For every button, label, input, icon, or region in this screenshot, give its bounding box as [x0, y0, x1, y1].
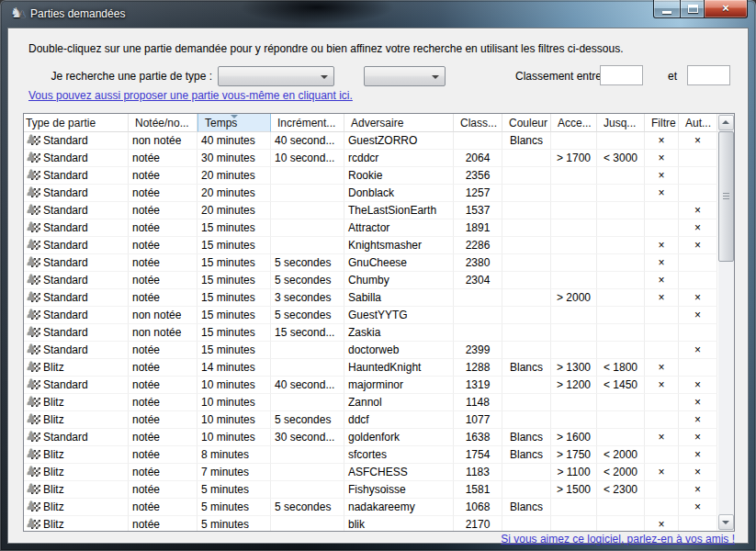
table-row[interactable]: ♟Blitz notée 5 minutes 5 secondes nadaka… — [24, 499, 718, 516]
rating-min-field[interactable] — [600, 65, 643, 85]
table-cell: HauntedKnight — [344, 359, 454, 377]
title-bar[interactable]: ♞ ♟ Parties demandées × — [0, 0, 756, 28]
table-row[interactable]: ♟Standard notée 15 minutes 5 secondes Ch… — [24, 272, 718, 289]
table-cell: 15 minutes — [197, 237, 271, 254]
table-cell — [271, 202, 344, 219]
table-cell: 1319 — [454, 377, 502, 394]
table-cell: > 1200 — [551, 377, 597, 394]
column-header-5[interactable]: Class... — [454, 114, 502, 132]
close-button[interactable]: × — [705, 0, 748, 18]
table-row[interactable]: ♟Standard notée 20 minutes Rookie 2356 × — [24, 167, 718, 185]
column-header-3[interactable]: Incrément... — [271, 114, 344, 132]
table-row[interactable]: ♟Standard notée 20 minutes TheLastSionEa… — [24, 202, 718, 219]
table-row[interactable]: ♟Blitz notée 10 minutes Zannol 1148 × — [24, 394, 718, 411]
table-row[interactable]: ♟Standard notée 15 minutes Attractor 189… — [24, 219, 718, 237]
table-cell: ♟Blitz — [24, 516, 129, 531]
table-cell: 15 second... — [271, 324, 344, 342]
minimize-button[interactable] — [653, 0, 680, 18]
table-cell: ♟Blitz — [24, 359, 129, 377]
rating-max-field[interactable] — [687, 65, 730, 85]
table-cell: × — [679, 202, 717, 219]
table-cell — [597, 324, 645, 342]
table-cell: notée — [129, 377, 197, 394]
table-row[interactable]: ♟Standard notée 30 minutes 10 second... … — [24, 150, 718, 167]
table-cell — [597, 167, 645, 185]
table-cell: × — [679, 342, 717, 359]
thumb-grip-icon — [723, 193, 729, 194]
column-header-0[interactable]: Type de partie — [24, 114, 129, 132]
column-header-1[interactable]: Notée/no... — [129, 114, 197, 132]
table-row[interactable]: ♟Blitz notée 14 minutes HauntedKnight 12… — [24, 359, 718, 377]
table-cell — [597, 342, 645, 359]
table-row[interactable]: ♟Standard notée 10 minutes 40 second... … — [24, 377, 718, 394]
scrollbar-thumb[interactable] — [718, 131, 734, 262]
table-row[interactable]: ♟Blitz notée 5 minutes blik 2170 × — [24, 516, 718, 531]
table-row[interactable]: ♟Standard non notée 40 minutes 40 second… — [24, 132, 718, 150]
table-cell — [551, 237, 597, 254]
column-header-10[interactable]: Aut... — [679, 114, 717, 132]
scroll-down-icon[interactable] — [718, 514, 734, 530]
table-cell: Blancs — [502, 132, 551, 150]
table-cell: ♟Standard — [24, 342, 129, 359]
table-cell: ♟Blitz — [24, 394, 129, 411]
column-header-4[interactable]: Adversaire — [344, 114, 454, 132]
table-row[interactable]: ♟Blitz notée 5 minutes Fishysoisse 1581 … — [24, 481, 718, 499]
table-row[interactable]: ♟Blitz notée 8 minutes sfcortes 1754 Bla… — [24, 446, 718, 464]
table-cell — [597, 289, 645, 307]
table-cell — [551, 202, 597, 219]
table-cell — [502, 342, 551, 359]
column-header-8[interactable]: Jusq... — [597, 114, 645, 132]
table-row[interactable]: ♟Standard notée 15 minutes 3 secondes Sa… — [24, 289, 718, 307]
table-cell: notée — [129, 516, 197, 531]
table-row[interactable]: ♟Standard non notée 15 minutes 5 seconde… — [24, 307, 718, 324]
scroll-up-icon[interactable] — [718, 115, 734, 130]
table-cell: > 1100 — [551, 464, 597, 481]
table-cell: Chumby — [344, 272, 454, 289]
table-cell — [597, 254, 645, 272]
game-type-combobox[interactable] — [218, 66, 334, 86]
table-cell: goldenfork — [344, 429, 454, 446]
chess-pawn-board-icon: ♟ — [26, 343, 41, 356]
chess-pawn-board-icon: ♟ — [26, 291, 41, 304]
table-cell: 14 minutes — [197, 359, 271, 377]
maximize-button[interactable] — [680, 0, 705, 18]
table-cell — [551, 272, 597, 289]
table-cell — [502, 237, 551, 254]
column-header-7[interactable]: Acce... — [551, 114, 597, 132]
table-row[interactable]: ♟Standard notée 15 minutes 5 secondes Gn… — [24, 254, 718, 272]
table-row[interactable]: ♟Blitz notée 10 minutes 5 secondes ddcf … — [24, 411, 718, 429]
table-cell: notée — [129, 499, 197, 516]
table-row[interactable]: ♟Standard notée 20 minutes Donblack 1257… — [24, 185, 718, 202]
propose-game-link[interactable]: Vous pouvez aussi proposer une partie vo… — [28, 89, 353, 102]
table-cell: non notée — [129, 307, 197, 324]
vertical-scrollbar[interactable] — [718, 114, 734, 531]
table-cell: 2064 — [454, 150, 502, 167]
share-app-link[interactable]: Si vous aimez ce logiciel, parlez-en à v… — [501, 533, 735, 545]
table-cell — [645, 446, 679, 464]
table-cell: 1077 — [454, 411, 502, 429]
game-subtype-combobox[interactable] — [364, 66, 446, 86]
table-row[interactable]: ♟Blitz notée 7 minutes ASFCHESS 1183 > 1… — [24, 464, 718, 481]
chess-pawn-board-icon: ♟ — [26, 204, 41, 217]
table-cell — [502, 307, 551, 324]
column-header-9[interactable]: Filtre — [645, 114, 679, 132]
table-cell: 1581 — [454, 481, 502, 499]
table-cell: 40 second... — [271, 377, 344, 394]
chess-pawn-board-icon: ♟ — [26, 431, 41, 444]
table-row[interactable]: ♟Standard notée 10 minutes 30 second... … — [24, 429, 718, 446]
column-header-2[interactable]: Temps — [197, 114, 271, 132]
table-cell: ♟Blitz — [24, 464, 129, 481]
table-row[interactable]: ♟Standard notée 15 minutes doctorweb 239… — [24, 342, 718, 359]
table-row[interactable]: ♟Standard non notée 15 minutes 15 second… — [24, 324, 718, 342]
table-cell: ♟Standard — [24, 167, 129, 185]
chess-pawn-board-icon: ♟ — [26, 500, 41, 513]
column-header-6[interactable]: Couleur — [502, 114, 551, 132]
table-cell: GnuCheese — [344, 254, 454, 272]
table-cell: 2170 — [454, 516, 502, 531]
table-row[interactable]: ♟Standard notée 15 minutes Knightsmasher… — [24, 237, 718, 254]
table-cell — [551, 411, 597, 429]
table-cell: 2356 — [454, 167, 502, 185]
chess-pawn-board-icon: ♟ — [26, 186, 41, 199]
table-cell: notée — [129, 359, 197, 377]
table-cell — [551, 499, 597, 516]
